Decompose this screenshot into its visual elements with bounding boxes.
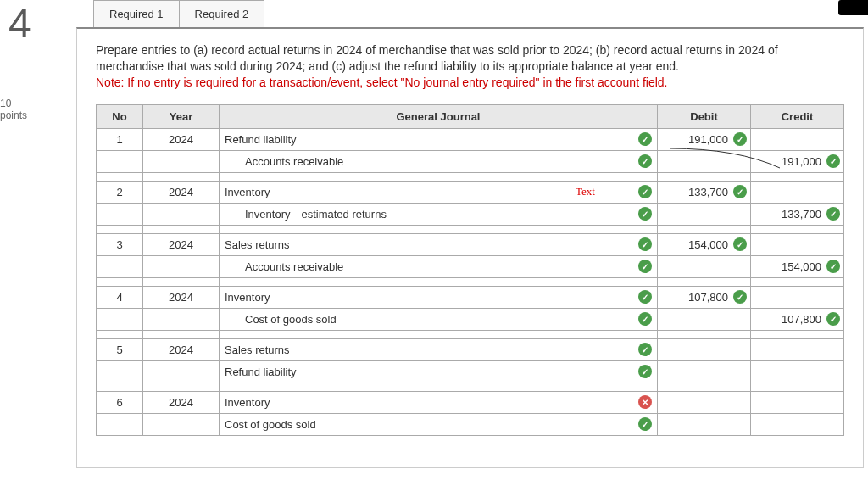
cell-status: ✓	[632, 360, 658, 383]
tabs-container: Required 1 Required 2	[93, 0, 864, 27]
table-row: Cost of goods sold✓	[97, 413, 844, 435]
cell-year[interactable]: 2024	[143, 286, 220, 308]
cell-year[interactable]	[143, 203, 220, 225]
header-credit: Credit	[751, 104, 844, 128]
cell-year[interactable]	[143, 308, 220, 330]
cell-credit[interactable]: 191,000✓	[751, 150, 844, 172]
cell-account[interactable]: Inventory	[220, 286, 632, 308]
cell-debit[interactable]: 191,000✓	[658, 128, 751, 150]
cell-status: ✕	[632, 391, 658, 413]
check-icon: ✓	[638, 185, 652, 198]
cell-debit[interactable]	[658, 338, 751, 360]
cell-account[interactable]: Sales returns	[220, 233, 632, 255]
check-icon: ✓	[826, 312, 840, 326]
cell-credit[interactable]: 107,800✓	[751, 308, 844, 330]
cell-account[interactable]: Inventory	[220, 391, 632, 413]
check-icon: ✓	[638, 312, 652, 326]
cell-no[interactable]	[97, 203, 143, 225]
cell-year[interactable]	[143, 150, 220, 172]
cell-credit[interactable]	[751, 233, 844, 255]
cell-year[interactable]	[143, 360, 220, 383]
check-icon: ✓	[638, 417, 652, 431]
cell-no[interactable]: 5	[97, 338, 143, 360]
cell-debit[interactable]: 107,800✓	[658, 286, 751, 308]
header-journal: General Journal	[220, 104, 658, 128]
table-row: Accounts receivable✓154,000✓	[97, 255, 844, 277]
check-icon: ✓	[826, 207, 840, 221]
cell-account[interactable]: Sales returns	[220, 338, 632, 360]
cell-account[interactable]: Accounts receivable	[220, 150, 632, 172]
cell-credit[interactable]: 133,700✓	[751, 203, 844, 225]
cell-debit[interactable]	[658, 150, 751, 172]
cell-year[interactable]	[143, 255, 220, 277]
cell-account[interactable]: Inventory—estimated returns	[220, 203, 632, 225]
cell-no[interactable]: 6	[97, 391, 143, 413]
cell-credit[interactable]	[751, 128, 844, 150]
cell-no[interactable]: 4	[97, 286, 143, 308]
cell-no[interactable]: 2	[97, 181, 143, 203]
cell-no[interactable]: 1	[97, 128, 143, 150]
cell-no[interactable]	[97, 308, 143, 330]
tab-required-1[interactable]: Required 1	[93, 0, 180, 27]
cell-debit[interactable]	[658, 203, 751, 225]
cell-credit[interactable]	[751, 338, 844, 360]
cell-no[interactable]	[97, 150, 143, 172]
instructions-text: Prepare entries to (a) record actual ret…	[96, 43, 778, 73]
header-debit: Debit	[658, 104, 751, 128]
tab-required-2[interactable]: Required 2	[180, 0, 265, 27]
cell-year[interactable]	[143, 413, 220, 435]
cell-no[interactable]	[97, 360, 143, 383]
cell-account[interactable]: Accounts receivable	[220, 255, 632, 277]
cell-credit[interactable]: 154,000✓	[751, 255, 844, 277]
cell-year[interactable]: 2024	[143, 338, 220, 360]
cell-year[interactable]: 2024	[143, 181, 220, 203]
cell-status: ✓	[632, 255, 658, 277]
check-icon: ✓	[638, 132, 652, 146]
spacer-row	[97, 225, 844, 233]
points-text: points	[0, 109, 27, 121]
cell-debit[interactable]: 154,000✓	[658, 233, 751, 255]
cell-account[interactable]: Cost of goods sold	[220, 308, 632, 330]
cell-credit[interactable]	[751, 181, 844, 203]
cell-status: ✓	[632, 128, 658, 150]
cell-credit[interactable]	[751, 391, 844, 413]
cell-account[interactable]: InventoryText	[220, 181, 632, 203]
check-icon: ✓	[638, 260, 652, 273]
check-icon: ✓	[638, 365, 652, 378]
cell-debit[interactable]: 133,700✓	[658, 181, 751, 203]
cell-status: ✓	[632, 233, 658, 255]
cell-debit[interactable]	[658, 308, 751, 330]
cell-year[interactable]: 2024	[143, 128, 220, 150]
table-row: Refund liability✓	[97, 360, 844, 383]
cell-no[interactable]: 3	[97, 233, 143, 255]
cell-account[interactable]: Cost of goods sold	[220, 413, 632, 435]
cell-credit[interactable]	[751, 286, 844, 308]
cell-no[interactable]	[97, 413, 143, 435]
header-no: No	[97, 104, 143, 128]
cell-status: ✓	[632, 181, 658, 203]
cell-debit[interactable]	[658, 360, 751, 383]
cell-year[interactable]: 2024	[143, 391, 220, 413]
cell-status: ✓	[632, 338, 658, 360]
cell-status: ✓	[632, 150, 658, 172]
cell-debit[interactable]	[658, 391, 751, 413]
cell-credit[interactable]	[751, 360, 844, 383]
instructions: Prepare entries to (a) record actual ret…	[96, 42, 844, 91]
table-row: Accounts receivable✓191,000✓	[97, 150, 844, 172]
cell-year[interactable]: 2024	[143, 233, 220, 255]
attempt-number: 4	[8, 0, 31, 47]
cell-status: ✓	[632, 203, 658, 225]
spacer-row	[97, 172, 844, 181]
journal-table: No Year General Journal Debit Credit 120…	[96, 104, 844, 436]
cell-credit[interactable]	[751, 413, 844, 435]
cell-no[interactable]	[97, 255, 143, 277]
cell-debit[interactable]	[658, 413, 751, 435]
cell-account[interactable]: Refund liability	[220, 128, 632, 150]
check-icon: ✓	[733, 237, 747, 251]
header-year: Year	[143, 104, 220, 128]
cell-debit[interactable]	[658, 255, 751, 277]
table-row: Inventory—estimated returns✓133,700✓	[97, 203, 844, 225]
cell-account[interactable]: Refund liability	[220, 360, 632, 383]
panel-required-2: Prepare entries to (a) record actual ret…	[76, 27, 864, 468]
table-row: 42024Inventory✓107,800✓	[97, 286, 844, 308]
